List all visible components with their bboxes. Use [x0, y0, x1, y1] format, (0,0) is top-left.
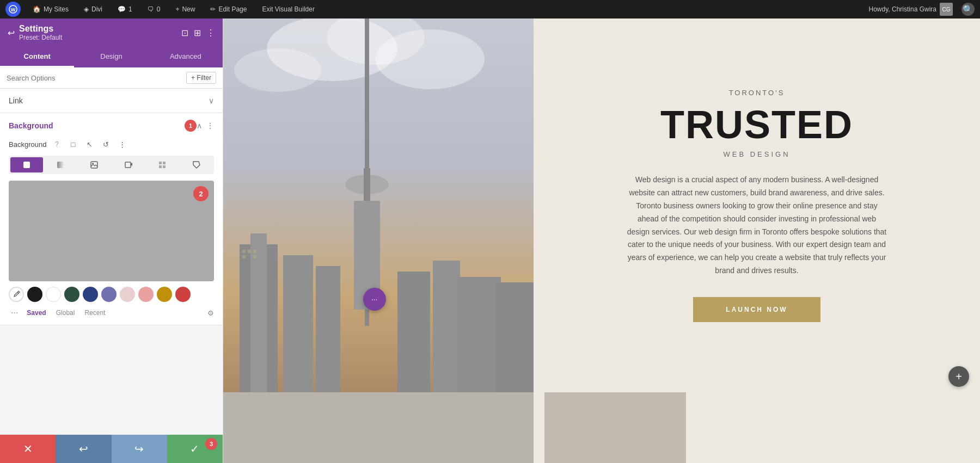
bg-type-color[interactable] [10, 157, 43, 172]
bg-device-icon[interactable]: □ [67, 138, 79, 150]
bg-sub-label: Background [9, 140, 46, 149]
swatch-white[interactable] [46, 287, 61, 302]
bottom-section [223, 392, 980, 463]
save-button[interactable]: ✓ 3 [167, 435, 223, 463]
svg-rect-9 [159, 165, 162, 168]
bg-type-video[interactable] [112, 157, 145, 172]
bg-sub-row: Background ? □ ↖ ↺ ⋮ [9, 138, 214, 150]
settings-content: Link ∨ Background 1 ∧ ⋮ Background ? [0, 89, 223, 435]
link-section[interactable]: Link ∨ [0, 89, 223, 113]
svg-rect-23 [316, 266, 340, 392]
undo-button[interactable]: ↩ [56, 435, 111, 463]
svg-rect-21 [250, 233, 267, 392]
bg-type-gradient[interactable] [44, 157, 77, 172]
swatch-lightpink[interactable] [120, 287, 135, 302]
floating-dots-button[interactable]: ··· [363, 288, 386, 311]
bottom-left-image [223, 392, 534, 463]
svg-rect-30 [253, 250, 256, 253]
bg-type-mask[interactable] [180, 157, 212, 172]
swatch-black[interactable] [27, 287, 42, 302]
admin-comments[interactable]: 💬 1 [114, 0, 136, 18]
bg-type-pattern[interactable] [146, 157, 179, 172]
background-section: Background 1 ∧ ⋮ Background ? □ ↖ ↺ ⋮ [0, 113, 223, 325]
swatch-pink[interactable] [138, 287, 154, 302]
chevron-down-icon: ∨ [209, 96, 214, 105]
admin-comments2[interactable]: 🗨 0 [144, 0, 164, 18]
more-options-icon[interactable]: ⋮ [206, 28, 215, 38]
hero-image: ··· [223, 18, 534, 392]
settings-title: Settings [19, 24, 177, 34]
admin-divi[interactable]: ◈ Divi [81, 0, 106, 18]
svg-rect-7 [159, 162, 162, 164]
page-content: ··· TORONTO'S TRUSTED WEB DESIGN Web des… [223, 18, 980, 463]
swatch-red[interactable] [175, 287, 191, 302]
swatch-darkgreen[interactable] [64, 287, 79, 302]
settings-panel: ↩ Settings Preset: Default ⊡ ⊞ ⋮ Content… [0, 18, 223, 463]
launch-now-button[interactable]: LAUNCH NOW [693, 297, 820, 322]
global-tab[interactable]: Global [53, 307, 78, 318]
color-preview[interactable]: 2 [9, 181, 214, 281]
svg-rect-8 [163, 162, 166, 164]
svg-rect-4 [91, 162, 97, 168]
settings-header: ↩ Settings Preset: Default ⊡ ⊞ ⋮ [0, 18, 223, 47]
wordpress-logo[interactable]: W [5, 2, 21, 17]
cancel-button[interactable]: ✕ [0, 435, 56, 463]
search-bar: + Filter [0, 67, 223, 89]
hero-subtitle: TORONTO'S [729, 89, 785, 97]
add-section-button[interactable]: + [948, 366, 969, 387]
hero-title: TRUSTED [660, 102, 853, 147]
divi-icon: ◈ [84, 5, 89, 13]
eyedropper-button[interactable] [9, 287, 24, 302]
tab-content[interactable]: Content [0, 47, 74, 67]
link-label: Link [9, 96, 209, 105]
bg-more-icon[interactable]: ⋮ [116, 138, 128, 150]
tab-advanced[interactable]: Advanced [149, 47, 223, 67]
maximize-icon[interactable]: ⊡ [181, 28, 188, 38]
svg-rect-10 [163, 165, 166, 168]
bg-type-tabs [9, 156, 214, 174]
back-arrow-icon[interactable]: ↩ [8, 28, 15, 38]
admin-exit-visual-builder[interactable]: Exit Visual Builder [259, 0, 318, 18]
action-bar: ✕ ↩ ↪ ✓ 3 [0, 435, 223, 463]
svg-rect-3 [57, 162, 64, 168]
bg-cursor-icon[interactable]: ↖ [83, 138, 95, 150]
split-icon[interactable]: ⊞ [194, 28, 201, 38]
background-header: Background 1 ∧ ⋮ [9, 120, 214, 132]
swatch-navy[interactable] [83, 287, 98, 302]
svg-rect-27 [495, 282, 534, 392]
admin-my-sites[interactable]: 🏠 My Sites [29, 0, 72, 18]
svg-rect-25 [433, 261, 460, 392]
saved-tab[interactable]: Saved [23, 307, 49, 318]
svg-rect-6 [125, 162, 131, 168]
comment2-icon: 🗨 [148, 5, 154, 13]
search-input[interactable] [7, 74, 182, 82]
bg-type-image[interactable] [78, 157, 111, 172]
swatch-purple[interactable] [101, 287, 117, 302]
svg-rect-31 [242, 255, 246, 258]
badge-1: 1 [185, 120, 197, 132]
preset-label: Preset: Default [19, 34, 177, 41]
recent-tab[interactable]: Recent [81, 307, 108, 318]
svg-rect-2 [23, 162, 30, 168]
more-bg-icon[interactable]: ⋮ [206, 121, 214, 130]
svg-point-14 [376, 29, 485, 89]
search-icon[interactable]: 🔍 [961, 3, 975, 16]
dots-button[interactable]: ··· [9, 308, 20, 318]
svg-rect-24 [397, 271, 430, 392]
gear-icon[interactable]: ⚙ [207, 309, 214, 317]
bg-help-icon[interactable]: ? [51, 138, 63, 150]
settings-tabs: Content Design Advanced [0, 47, 223, 67]
svg-rect-26 [457, 277, 501, 392]
color-footer: ··· Saved Global Recent ⚙ [9, 307, 214, 318]
admin-edit-page[interactable]: ✏ Edit Page [207, 0, 250, 18]
redo-button[interactable]: ↪ [112, 435, 167, 463]
svg-rect-29 [248, 250, 251, 253]
chevron-up-icon[interactable]: ∧ [197, 121, 202, 130]
tab-design[interactable]: Design [74, 47, 148, 67]
filter-button[interactable]: + Filter [186, 72, 216, 84]
hero-text: TORONTO'S TRUSTED WEB DESIGN Web design … [534, 18, 980, 392]
bg-reset-icon[interactable]: ↺ [100, 138, 112, 150]
admin-new[interactable]: + New [172, 0, 198, 18]
comment-icon: 💬 [118, 5, 126, 13]
swatch-gold[interactable] [157, 287, 172, 302]
